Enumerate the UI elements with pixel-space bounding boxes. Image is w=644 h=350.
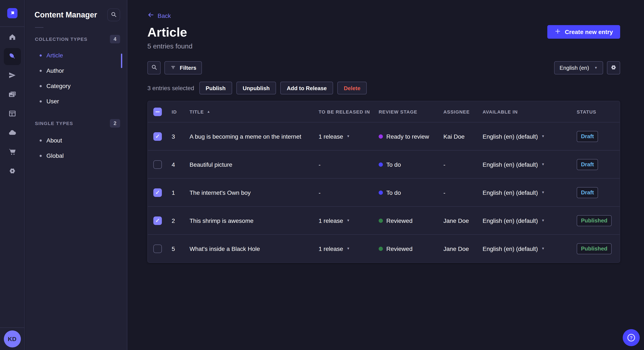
rail-item-marketplace[interactable] (4, 144, 21, 161)
table-row[interactable]: 4 Beautiful picture -▼ To do - English (… (148, 150, 620, 178)
status-badge: Draft (577, 131, 598, 142)
subnav-item-user[interactable]: User (25, 94, 127, 109)
status-badge: Draft (577, 159, 598, 170)
table-row[interactable]: 2 This shrimp is awesome 1 release▼ Revi… (148, 206, 620, 234)
rail-item-content-type-builder[interactable] (4, 105, 21, 123)
assignee-cell: Jane Doe (444, 245, 482, 252)
view-settings-button[interactable] (607, 61, 620, 74)
filters-button[interactable]: Filters (164, 61, 202, 74)
table-row[interactable]: 1 The internet's Own boy -▼ To do - Engl… (148, 178, 620, 206)
back-link[interactable]: Back (147, 11, 171, 19)
release-cell[interactable]: 1 release▼ (318, 245, 379, 252)
select-all-checkbox[interactable] (153, 107, 162, 116)
row-checkbox[interactable] (153, 160, 162, 169)
help-button[interactable]: ? (623, 329, 640, 346)
entries-count-text: 5 entries found (147, 42, 620, 50)
bullet-icon (40, 85, 42, 87)
column-header-id[interactable]: ID (172, 109, 190, 114)
assignee-cell: Kai Doe (444, 133, 482, 140)
delete-button[interactable]: Delete (337, 82, 367, 94)
locale-cell[interactable]: English (en) (default)▼ (482, 217, 577, 224)
plus-icon (554, 28, 561, 36)
single-types-count-badge: 2 (110, 119, 120, 128)
subnav-search-button[interactable] (107, 8, 120, 21)
logo-area (0, 0, 24, 27)
table-header-row: ID TITLE▲ TO BE RELEASED IN REVIEW STAGE… (148, 101, 620, 122)
arrow-left-icon (147, 11, 154, 19)
release-cell[interactable]: 1 release▼ (318, 217, 379, 224)
subnav-item-about[interactable]: About (25, 133, 127, 148)
review-stage-dot (379, 134, 383, 138)
column-header-status[interactable]: STATUS (577, 109, 620, 114)
column-header-available-in[interactable]: AVAILABLE IN (482, 109, 577, 114)
locale-cell[interactable]: English (en) (default)▼ (482, 245, 577, 252)
table-row[interactable]: 5 What's inside a Black Hole 1 release▼ … (148, 234, 620, 262)
review-stage-dot (379, 162, 383, 167)
table-row[interactable]: 3 A bug is becoming a meme on the intern… (148, 122, 620, 150)
locale-select[interactable]: English (en) ▼ (554, 61, 603, 74)
paper-plane-icon (8, 71, 16, 81)
release-cell[interactable]: 1 release▼ (318, 133, 379, 140)
rail-item-deploy[interactable] (4, 125, 21, 142)
gear-icon (8, 167, 16, 176)
release-cell[interactable]: -▼ (318, 189, 379, 196)
rail-item-releases[interactable] (4, 67, 21, 84)
chevron-down-icon: ▼ (541, 191, 545, 194)
subnav-item-article[interactable]: Article (25, 48, 127, 63)
subnav-item-global[interactable]: Global (25, 148, 127, 163)
create-new-entry-button[interactable]: Create new entry (547, 25, 620, 39)
subnav-item-label: Article (46, 52, 63, 59)
release-caret: ▼ (346, 135, 350, 138)
subnav-item-label: Category (46, 82, 71, 89)
sort-asc-icon: ▲ (207, 110, 210, 113)
row-checkbox[interactable] (153, 188, 162, 197)
bullet-icon (40, 54, 42, 56)
status-badge: Draft (577, 187, 598, 198)
column-header-to-be-released-in[interactable]: TO BE RELEASED IN (318, 109, 379, 114)
release-cell[interactable]: -▼ (318, 161, 379, 168)
subnav-item-category[interactable]: Category (25, 78, 127, 94)
layout-panel-icon (8, 109, 16, 119)
row-checkbox[interactable] (153, 216, 162, 225)
locale-cell[interactable]: English (en) (default)▼ (482, 161, 577, 168)
row-checkbox[interactable] (153, 132, 162, 141)
filters-label: Filters (180, 65, 196, 71)
collection-types-count-badge: 4 (110, 35, 120, 43)
assignee-cell: - (444, 189, 482, 196)
page-title: Article (147, 26, 187, 39)
publish-button[interactable]: Publish (199, 82, 232, 94)
bullet-icon (40, 70, 42, 72)
images-icon (8, 90, 16, 100)
strapi-logo[interactable] (7, 8, 17, 18)
column-header-title[interactable]: TITLE▲ (190, 109, 318, 114)
chevron-down-icon: ▼ (541, 247, 545, 250)
search-icon (110, 11, 117, 19)
column-header-review-stage[interactable]: REVIEW STAGE (379, 109, 444, 114)
feather-pen-icon (8, 52, 16, 61)
add-to-release-button[interactable]: Add to Release (280, 82, 333, 94)
row-checkbox[interactable] (153, 244, 162, 253)
create-new-entry-label: Create new entry (565, 28, 613, 35)
gear-icon (610, 64, 617, 72)
main-content: Back Article Create new entry 5 entries … (127, 0, 644, 350)
subnav-item-author[interactable]: Author (25, 63, 127, 78)
locale-cell[interactable]: English (en) (default)▼ (482, 133, 577, 140)
subnav-scrollbar-thumb[interactable] (121, 54, 122, 68)
user-avatar[interactable]: KD (4, 331, 21, 348)
subnav-item-label: User (46, 98, 59, 105)
content-manager-subnav: Content Manager COLLECTION TYPES 4 Artic… (25, 0, 127, 350)
back-label: Back (158, 12, 171, 19)
unpublish-button[interactable]: Unpublish (236, 82, 276, 94)
review-stage-cell: Ready to review (379, 133, 444, 140)
chevron-down-icon: ▼ (594, 66, 598, 70)
column-header-assignee[interactable]: ASSIGNEE (444, 109, 482, 114)
bullet-icon (40, 155, 42, 157)
rail-item-media-library[interactable] (4, 86, 21, 103)
rail-item-content-manager[interactable] (4, 48, 21, 65)
search-button[interactable] (147, 61, 160, 74)
bullet-icon (40, 139, 42, 141)
rail-item-settings[interactable] (4, 163, 21, 180)
rail-item-home[interactable] (4, 29, 21, 46)
locale-cell[interactable]: English (en) (default)▼ (482, 189, 577, 196)
app-window: KD Content Manager COLLECTION TYPES 4 Ar… (0, 0, 644, 350)
